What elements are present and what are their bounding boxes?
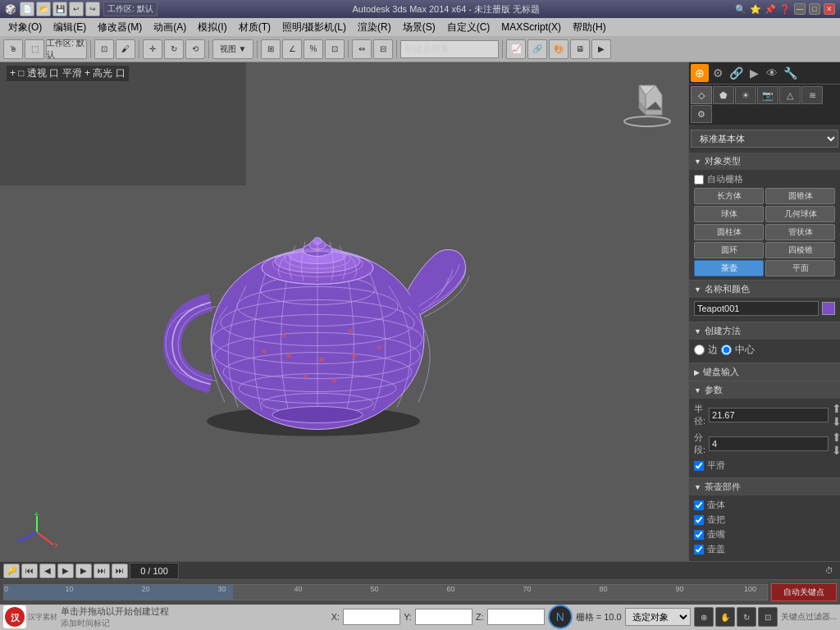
menu-animation[interactable]: 动画(A)	[148, 19, 191, 36]
play-btn[interactable]: ▶	[57, 564, 74, 578]
spout-checkbox[interactable]	[694, 530, 704, 540]
next-key-btn[interactable]: ▶	[75, 564, 92, 578]
last-frame-btn[interactable]: ⏭	[112, 564, 128, 578]
object-type-header[interactable]: ▼ 对象类型	[689, 153, 840, 170]
lid-checkbox[interactable]	[694, 545, 704, 555]
angle-snap-btn[interactable]: ∠	[282, 39, 302, 59]
percent-snap-btn[interactable]: %	[304, 39, 323, 59]
render-setup-btn[interactable]: 🖥	[570, 39, 590, 59]
display-tab[interactable]: 👁	[763, 64, 781, 82]
systems-tab[interactable]: ⚙	[691, 105, 712, 123]
minimize-button[interactable]: —	[794, 3, 806, 15]
star-icon[interactable]: ⭐	[750, 4, 761, 15]
viewcube[interactable]	[623, 79, 672, 128]
modify-tab[interactable]: ⚙	[709, 64, 727, 82]
view-dropdown-btn[interactable]: 视图 ▼	[212, 39, 253, 59]
utilities-tab[interactable]: 🔧	[781, 64, 799, 82]
params-header[interactable]: ▼ 参数	[689, 381, 840, 399]
next-frame-btn[interactable]: ⏭	[94, 564, 110, 578]
nav-zoom-btn[interactable]: ⊕	[694, 607, 714, 627]
menu-material[interactable]: 材质(T)	[234, 19, 276, 36]
add-time-text[interactable]: 添加时间标记	[61, 618, 328, 629]
teapot-parts-header[interactable]: ▼ 茶壶部件	[689, 478, 840, 495]
spacewarps-tab[interactable]: ≋	[801, 86, 823, 104]
rotate-btn[interactable]: ↻	[164, 39, 184, 59]
paint-select-btn[interactable]: 🖌	[116, 39, 135, 59]
y-input[interactable]	[415, 609, 472, 625]
prev-frame-btn[interactable]: ⏮	[21, 564, 38, 578]
box-btn[interactable]: 长方体	[694, 188, 764, 204]
auto-grid-checkbox[interactable]	[694, 175, 704, 185]
shapes-tab[interactable]: ⬟	[713, 86, 734, 104]
close-button[interactable]: ✕	[824, 3, 835, 15]
menu-edit[interactable]: 编辑(E)	[48, 19, 91, 36]
align-btn[interactable]: ⊟	[373, 39, 393, 59]
smooth-checkbox[interactable]	[694, 461, 704, 471]
curve-editor-btn[interactable]: 📈	[506, 39, 526, 59]
radius-input[interactable]	[709, 408, 829, 422]
nav-pan-btn[interactable]: ✋	[715, 607, 735, 627]
menu-simulation[interactable]: 模拟(I)	[193, 19, 231, 36]
undo-btn[interactable]: ↩	[69, 2, 84, 16]
teapot-btn[interactable]: 茶壶	[694, 260, 764, 276]
menu-modifier[interactable]: 修改器(M)	[93, 19, 147, 36]
cylinder-btn[interactable]: 圆柱体	[694, 224, 764, 240]
search-icon[interactable]: 🔍	[735, 4, 746, 15]
plane-btn[interactable]: 平面	[765, 260, 835, 276]
menu-object[interactable]: 对象(O)	[3, 19, 47, 36]
create-method-header[interactable]: ▼ 创建方法	[689, 322, 840, 340]
helpers-tab[interactable]: △	[779, 86, 801, 104]
motion-tab[interactable]: ▶	[745, 64, 763, 82]
nav-orbit-btn[interactable]: ↻	[737, 607, 756, 627]
sphere-btn[interactable]: 球体	[694, 206, 764, 222]
edge-radio[interactable]	[694, 345, 705, 355]
cone-btn[interactable]: 圆锥体	[765, 188, 835, 204]
geosphere-btn[interactable]: 几何球体	[765, 206, 835, 222]
x-input[interactable]	[343, 609, 400, 625]
select-filter-dropdown[interactable]: 选定对象	[625, 608, 691, 626]
nav-field-btn[interactable]: ⊡	[758, 607, 778, 627]
segments-spinner[interactable]: ⬆⬇	[832, 431, 840, 457]
spinner-snap-btn[interactable]: ⊡	[325, 39, 345, 59]
name-color-header[interactable]: ▼ 名称和颜色	[689, 281, 840, 298]
radius-spinner[interactable]: ⬆⬇	[832, 402, 840, 428]
object-name-input[interactable]	[694, 301, 819, 316]
help-icon[interactable]: ❓	[779, 4, 791, 15]
cameras-tab[interactable]: 📷	[757, 86, 778, 104]
color-swatch[interactable]	[822, 302, 835, 315]
workspace-dropdown[interactable]: 工作区: 默认	[103, 2, 158, 16]
tube-btn[interactable]: 管状体	[765, 224, 835, 240]
menu-scene[interactable]: 场景(S)	[398, 19, 441, 36]
time-ruler[interactable]: 0 10 20 30 40 50 60 70 80 90 100	[3, 584, 768, 600]
time-config-btn[interactable]: ⏱	[825, 566, 833, 575]
center-radio[interactable]	[721, 345, 732, 355]
move-btn[interactable]: ✛	[143, 39, 162, 59]
menu-customize[interactable]: 自定义(C)	[442, 19, 495, 36]
z-input[interactable]	[487, 609, 545, 625]
snap-toggle-btn[interactable]: ⊞	[261, 39, 281, 59]
torus-btn[interactable]: 圆环	[694, 242, 764, 258]
handle-checkbox[interactable]	[694, 515, 704, 525]
schematic-view-btn[interactable]: 🔗	[527, 39, 547, 59]
key-filters-btn[interactable]: 🔑	[3, 564, 20, 578]
segments-input[interactable]	[709, 436, 829, 451]
menu-render[interactable]: 渲染(R)	[353, 19, 396, 36]
select-object-btn[interactable]: 🖱	[3, 39, 23, 59]
save-btn[interactable]: 💾	[52, 2, 67, 16]
open-btn[interactable]: 📂	[36, 2, 51, 16]
mirror-btn[interactable]: ⇔	[352, 39, 372, 59]
named-selection-dropdown[interactable]: 创建选择集	[400, 40, 499, 58]
scale-btn[interactable]: ⟲	[185, 39, 205, 59]
primitive-dropdown[interactable]: 标准基本体	[691, 130, 838, 148]
pin-icon[interactable]: 📌	[765, 4, 776, 15]
render-frame-btn[interactable]: ▶	[591, 39, 611, 59]
material-editor-btn[interactable]: 🎨	[549, 39, 568, 59]
select-filter-dropdown[interactable]: 工作区: 默认	[46, 39, 87, 59]
auto-key-btn[interactable]: 自动关键点	[771, 583, 837, 601]
body-checkbox[interactable]	[694, 500, 704, 510]
filter-label[interactable]: 关键点过滤器...	[781, 611, 837, 623]
timeline-track[interactable]: 0 10 20 30 40 50 60 70 80 90 100 自动关键点	[0, 580, 840, 605]
lights-tab[interactable]: ☀	[735, 86, 756, 104]
select-region-btn[interactable]: ⬚	[25, 39, 44, 59]
keyboard-entry-header[interactable]: ▶ 键盘输入	[689, 363, 840, 381]
